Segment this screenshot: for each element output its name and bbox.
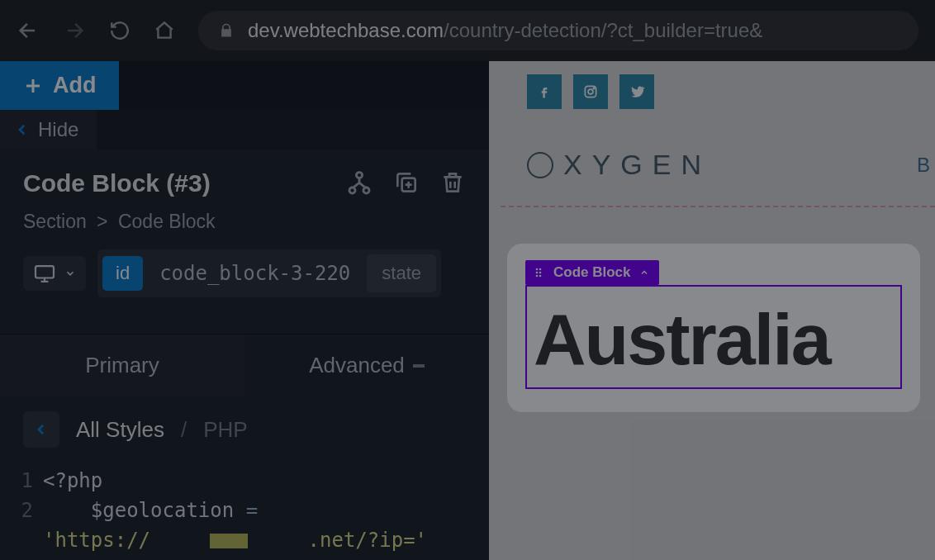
duplicate-icon[interactable] [393, 169, 420, 197]
breadcrumb-current[interactable]: Code Block [118, 211, 216, 232]
svg-point-8 [536, 268, 539, 271]
forward-icon[interactable] [63, 19, 86, 42]
svg-point-0 [356, 173, 362, 178]
svg-point-2 [363, 187, 369, 193]
logo-circle-icon [527, 152, 553, 178]
nav-item[interactable]: B [917, 154, 935, 177]
code-block-element[interactable]: Code Block Australia [507, 244, 920, 412]
lock-icon [218, 22, 235, 39]
device-selector[interactable] [23, 256, 86, 291]
code-block-output: Australia [534, 303, 894, 376]
breadcrumb: Section > Code Block [23, 211, 466, 233]
svg-point-11 [539, 272, 542, 274]
facebook-icon[interactable] [527, 74, 562, 109]
site-logo: XYGEN [527, 149, 711, 181]
twitter-icon[interactable] [619, 74, 654, 109]
element-id-value[interactable]: code_block-3-220 [151, 262, 358, 285]
subnav-all-styles[interactable]: All Styles [76, 417, 164, 443]
structure-icon[interactable] [345, 169, 373, 197]
svg-point-10 [536, 272, 539, 274]
section-boundary [501, 206, 935, 207]
builder-sidebar: Add Hide Code Block (#3) [0, 61, 489, 560]
svg-rect-4 [36, 266, 54, 278]
subnav-php[interactable]: PHP [203, 417, 247, 443]
code-editor[interactable]: 1 <?php 2 $geolocation = 'https:// .net/… [0, 463, 489, 558]
address-bar[interactable]: dev.webtechbase.com/country-detection/?c… [198, 11, 918, 50]
minus-icon [413, 364, 425, 368]
home-icon[interactable] [154, 20, 175, 41]
back-button[interactable] [23, 411, 59, 448]
instagram-icon[interactable] [573, 74, 608, 109]
tab-primary[interactable]: Primary [0, 335, 244, 396]
svg-point-1 [349, 187, 355, 193]
hide-label: Hide [38, 118, 78, 141]
add-label: Add [53, 73, 96, 98]
svg-point-13 [539, 275, 542, 278]
svg-point-7 [593, 88, 595, 89]
delete-icon[interactable] [439, 169, 466, 197]
svg-point-12 [536, 275, 539, 278]
element-tag[interactable]: Code Block [525, 260, 659, 285]
svg-point-6 [588, 89, 593, 94]
svg-point-9 [539, 268, 542, 271]
id-chip[interactable]: id [102, 256, 143, 291]
element-title: Code Block (#3) [23, 169, 211, 197]
preview-panel: XYGEN B Code Block Australia [489, 61, 935, 560]
url-text: dev.webtechbase.com/country-detection/?c… [248, 19, 762, 42]
tab-advanced[interactable]: Advanced [244, 335, 489, 396]
reload-icon[interactable] [109, 20, 131, 41]
hide-button[interactable]: Hide [0, 110, 97, 149]
add-button[interactable]: Add [0, 61, 119, 110]
breadcrumb-root[interactable]: Section [23, 211, 87, 232]
browser-toolbar: dev.webtechbase.com/country-detection/?c… [0, 0, 935, 61]
state-chip[interactable]: state [367, 254, 436, 292]
back-icon[interactable] [17, 19, 40, 42]
